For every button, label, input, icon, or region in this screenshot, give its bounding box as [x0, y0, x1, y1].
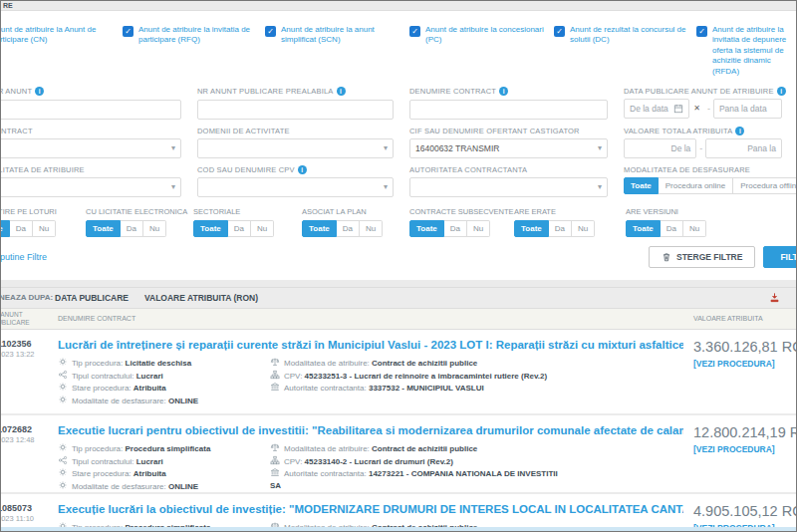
toggle-toate[interactable]: Toate — [86, 220, 121, 237]
domenii-activitate-select[interactable]: ▾ — [197, 138, 394, 158]
date-to-input[interactable]: Pana la data — [713, 99, 782, 119]
toggle-da[interactable]: Da — [10, 220, 33, 237]
sort-by-data-publicare[interactable]: DATA PUBLICARE — [55, 293, 129, 303]
checkbox-rezultat-dc[interactable]: ✓Anunt de rezultat la concursul de solut… — [554, 25, 696, 77]
nr-anunt-prealabila-input[interactable] — [197, 100, 394, 120]
toggle-nu[interactable]: Nu — [143, 220, 166, 237]
calendar-icon[interactable] — [673, 104, 683, 114]
toggle-group-impartire-pe-loturi: IMPARTIRE PE LOTURIToateDaNu — [0, 207, 86, 237]
field-label: VALOARE TOTALA ATRIBUITA — [624, 127, 732, 135]
checkbox-atribuire-rfq[interactable]: ✓Anunt de atribuire la invitatia de part… — [123, 25, 265, 77]
info-icon[interactable]: i — [735, 127, 744, 135]
toggle-toate[interactable]: Toate — [626, 220, 661, 237]
toggle-group-are-versiuni: ARE VERSIUNIToateDaNu — [626, 207, 797, 237]
numar-anunt-input[interactable] — [0, 100, 181, 120]
detail-modalitate-desfasurare: Modalitate de desfasurare: ONLINE — [58, 480, 270, 493]
info-icon[interactable]: i — [777, 87, 786, 96]
checkbox-atribuire-rfda[interactable]: ✓Anunt de atribuire la invitatia de depu… — [696, 25, 797, 77]
info-icon[interactable]: i — [35, 87, 44, 96]
column-header-nr-anunt: NUMAR ANUNTDATA PUBLICARE — [0, 311, 58, 327]
checkbox-checked-icon[interactable]: ✓ — [265, 26, 276, 37]
checkbox-checked-icon[interactable]: ✓ — [123, 26, 133, 37]
toggle-nu[interactable]: Nu — [33, 220, 56, 237]
sitemap-icon — [270, 455, 280, 465]
info-icon[interactable]: i — [499, 87, 508, 96]
toggle-group-are-erate: ARE ERATEToateDaNu — [514, 207, 626, 237]
detail-tip-contract: Tipul contractului: Lucrari — [58, 370, 270, 383]
contract-title-link[interactable]: Execuție lucrări la obiectivul de invest… — [58, 503, 683, 515]
denumire-contract-input[interactable] — [409, 100, 608, 120]
cropped-tab-label: RE — [0, 1, 797, 11]
toggle-toate[interactable]: Toate — [624, 177, 659, 194]
awarded-value: 3.360.126,81 RON — [693, 339, 797, 355]
toggle-da[interactable]: Da — [661, 220, 683, 237]
toggle-da[interactable]: Da — [228, 220, 251, 237]
gear-icon — [58, 467, 68, 477]
toggle-toate[interactable]: Toate — [409, 220, 444, 237]
detail-cpv: CPV: 45233140-2 - Lucrari de drumuri (Re… — [270, 455, 561, 468]
info-icon[interactable]: i — [337, 87, 346, 96]
field-label: DATA PUBLICARE ANUNT DE ATRIBUIRE — [624, 87, 774, 96]
sort-by-valoare-atribuita[interactable]: VALOARE ATRIBUITA (RON) — [144, 293, 258, 303]
clear-date-icon[interactable]: ✕ — [693, 104, 700, 113]
valoare-from-input[interactable]: De la — [624, 138, 696, 158]
column-header-denumire-contract: DENUMIRE CONTRACT — [58, 315, 693, 322]
toggle-nu[interactable]: Nu — [251, 220, 274, 237]
toggle-da[interactable]: Da — [337, 220, 360, 237]
contract-title-link[interactable]: Lucrări de întreținere și reparații cure… — [58, 339, 683, 351]
sort-label: ORDONEAZA DUPA: — [0, 293, 55, 302]
filtreaza-button[interactable]: FILTREAZA — [763, 246, 797, 268]
date-from-input[interactable]: De la data — [624, 99, 689, 119]
export-icon[interactable] — [769, 292, 780, 303]
field-label: DOMENII DE ACTIVITATE — [197, 127, 394, 135]
toggle-toate[interactable]: Toate — [302, 220, 337, 237]
toggle-da[interactable]: Da — [549, 220, 572, 237]
scale-icon — [270, 357, 280, 367]
checkbox-checked-icon[interactable]: ✓ — [554, 26, 565, 37]
less-filters-link[interactable]: Mai putine Filtre — [0, 252, 47, 262]
toggle-group-sectoriale: SECTORIALEToateDaNu — [193, 207, 302, 237]
toggle-da[interactable]: Da — [444, 220, 467, 237]
trash-icon — [662, 252, 671, 262]
field-label: MODALITATEA DE ATRIBUIRE — [0, 165, 181, 174]
detail-tip-procedura: Tip procedura: Licitatie deschisa — [58, 357, 270, 370]
gear-icon — [58, 442, 68, 452]
sterge-filtre-button[interactable]: STERGE FILTRE — [649, 246, 755, 268]
bottom-highlight-strip — [1, 527, 797, 531]
gear-icon — [58, 382, 68, 392]
tip-contract-select[interactable]: ▾ — [0, 138, 181, 158]
vezi-procedura-link[interactable]: [VEZI PROCEDURA] — [693, 359, 797, 369]
contract-title-link[interactable]: Executie lucrari pentru obiectivul de in… — [58, 424, 683, 436]
toggle-nu[interactable]: Nu — [683, 220, 706, 237]
checkbox-atribuire-cn[interactable]: ✓Anunt de atribuire la Anunt de particip… — [0, 25, 123, 77]
filter-actions-row: Mai putine Filtre STERGE FILTRE FILTREAZ… — [0, 246, 797, 270]
toggle-nu[interactable]: Nu — [360, 220, 383, 237]
announcement-id: 1085073 — [0, 503, 58, 513]
valoare-to-input[interactable]: Pana la — [705, 138, 782, 158]
chevron-down-icon: ▾ — [171, 143, 175, 152]
checkbox-atribuire-scn[interactable]: ✓Anunt de atribuire la anunt simplificat… — [265, 25, 409, 77]
toggle-toate[interactable]: Toate — [0, 220, 10, 237]
share-icon — [58, 370, 68, 380]
checkbox-checked-icon[interactable]: ✓ — [696, 26, 707, 37]
toggle-procedura-offline[interactable]: Procedura offline — [733, 177, 797, 194]
cif-ofertant-select[interactable]: 16400632 TRANSMIR▾ — [409, 138, 608, 158]
checkbox-atribuire-pc[interactable]: ✓Anunt de atribuire la concesionari (PC) — [409, 25, 554, 77]
toggle-da[interactable]: Da — [121, 220, 143, 237]
results-table-header: NUMAR ANUNTDATA PUBLICARE DENUMIRE CONTR… — [0, 309, 797, 330]
checkbox-checked-icon[interactable]: ✓ — [409, 26, 420, 37]
field-label: NUMAR ANUNT — [0, 87, 32, 96]
cpv-select[interactable]: ▾ — [197, 177, 394, 197]
column-header-valoare-atribuita: VALOARE ATRIBUITA — [693, 315, 797, 322]
toggle-toate[interactable]: Toate — [514, 220, 549, 237]
toggle-nu[interactable]: Nu — [572, 220, 595, 237]
toggle-nu[interactable]: Nu — [467, 220, 490, 237]
info-icon[interactable]: i — [298, 165, 307, 174]
vezi-procedura-link[interactable]: [VEZI PROCEDURA] — [693, 444, 797, 454]
toggle-procedura-online[interactable]: Procedura online — [659, 177, 733, 194]
toggle-toate[interactable]: Toate — [193, 220, 228, 237]
detail-stare-procedura: Stare procedura: Atribuita — [58, 467, 270, 480]
autoritate-contractanta-select[interactable]: ▾ — [409, 177, 608, 197]
app-window: RE ✓Anunt de atribuire la Anunt de parti… — [0, 0, 797, 532]
modalitate-atribuire-select[interactable]: ▾ — [0, 177, 181, 197]
